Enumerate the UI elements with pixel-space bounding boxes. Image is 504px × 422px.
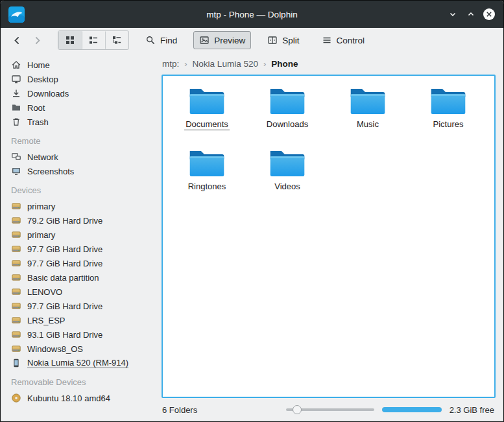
menu-icon [322,35,332,45]
folder-icon [188,86,226,116]
breadcrumb-separator: › [263,59,266,69]
sidebar-item[interactable]: Desktop [1,72,153,86]
breadcrumb-item[interactable]: Nokia Lumia 520 › [193,59,272,69]
download-icon [11,88,21,99]
sidebar-item[interactable]: Devices [1,183,153,197]
sidebar-item[interactable]: Trash [1,115,153,129]
folder-label: Downloads [265,119,309,130]
chevron-down-icon [448,9,458,19]
folder-item[interactable]: Music [330,84,405,146]
main-area: mtp: › Nokia Lumia 520 › Phone [153,53,503,421]
folder-item[interactable]: Documents [169,84,245,146]
sidebar-item[interactable]: Downloads [1,86,153,100]
sidebar-item[interactable]: Nokia Lumia 520 (RM-914) [1,356,153,370]
folder-label: Documents [184,119,230,130]
control-button[interactable]: Control [316,31,371,49]
folder-label: Videos [273,182,302,193]
sidebar-item[interactable]: 79.2 GiB Hard Drive [1,213,153,228]
titlebar: mtp - Phone — Dolphin [1,1,503,28]
sidebar-item-label: 93.1 GiB Hard Drive [27,330,102,340]
zoom-slider[interactable] [286,405,374,414]
sidebar-item-label: 97.7 GiB Hard Drive [27,244,102,254]
sidebar-item[interactable]: LRS_ESP [1,313,153,327]
sidebar-item[interactable]: primary [1,199,153,213]
breadcrumb-item-label: Nokia Lumia 520 [193,59,258,69]
disc-icon [11,393,21,403]
chevron-up-icon [466,9,476,19]
sidebar-item-label: LENOVO [27,287,62,297]
breadcrumb-item[interactable]: mtp: › [162,59,193,69]
sidebar-item[interactable]: Screenshots [1,164,153,178]
close-button[interactable] [483,8,496,21]
folder-label: Ringtones [187,182,228,193]
trash-icon [11,117,21,127]
drive-icon [11,315,21,325]
forward-button[interactable] [27,31,47,50]
folder-label: Pictures [432,119,465,130]
sidebar-item[interactable]: Home [1,58,153,72]
drive-icon [11,258,21,268]
folder-item[interactable]: Downloads [250,84,325,146]
capacity-bar [382,407,442,412]
breadcrumb-item-label: mtp: [162,59,179,69]
folder-item[interactable]: Videos [250,146,325,208]
sidebar-item[interactable]: Basic data partition [1,270,153,285]
sidebar-item[interactable]: 97.7 GiB Hard Drive [1,299,153,313]
sidebar-item-label: Devices [11,185,41,195]
preview-button[interactable]: Preview [193,31,251,49]
sidebar-item[interactable]: Kubuntu 18.10 amd64 [1,391,153,405]
folder-view[interactable]: Documents Downloads Music [162,75,496,398]
capacity-fill [382,407,442,412]
sidebar-item-label: Basic data partition [27,273,99,283]
sidebar-item[interactable]: 97.7 GiB Hard Drive [1,256,153,270]
compact-view-button[interactable] [82,31,105,49]
back-button[interactable] [7,31,27,50]
sidebar-item[interactable]: primary [1,228,153,242]
search-icon [145,35,156,45]
folder-item[interactable]: Pictures [411,84,486,146]
sidebar-item[interactable]: Remote [1,134,153,148]
find-button[interactable]: Find [139,31,183,49]
free-space-text: 2.3 GiB free [450,405,494,415]
drive-icon [11,229,21,240]
drive-icon [11,301,21,311]
sidebar-item-label: Windows8_OS [27,344,83,354]
desktop-icon [11,74,21,84]
sidebar-item-label: Screenshots [27,167,74,176]
control-button-label: Control [337,36,365,45]
statusbar: 6 Folders 2.3 GiB free [153,398,503,421]
sidebar-item[interactable]: Network [1,150,153,164]
drive-icon [11,329,21,340]
folder-item[interactable]: Ringtones [169,146,245,208]
zoom-slider-handle[interactable] [293,405,302,414]
drive-icon [11,215,21,226]
find-button-label: Find [160,36,177,45]
breadcrumb-separator: › [184,59,187,69]
sidebar-item-label: Network [27,152,58,162]
toolbar: Find Preview Split Control [1,28,503,53]
sidebar-item-label: primary [27,230,55,240]
sidebar-item[interactable]: 97.7 GiB Hard Drive [1,242,153,256]
preview-icon [199,35,210,45]
forward-icon [32,35,43,46]
minimize-button[interactable] [446,8,459,21]
sidebar-item[interactable]: Root [1,100,153,115]
split-button[interactable]: Split [261,31,305,49]
sidebar-item[interactable]: LENOVO [1,285,153,299]
folders-count: 6 Folders [162,405,197,415]
sidebar-item[interactable]: Windows8_OS [1,342,153,356]
drive-icon [11,201,21,211]
phone-icon [11,358,21,368]
sidebar-item-label: Trash [27,117,49,127]
folder-grid: Documents Downloads Music [167,84,494,208]
icons-view-button[interactable] [58,31,82,49]
details-view-button[interactable] [105,31,128,49]
sidebar-item-label: Root [27,103,45,113]
dolphin-app-icon[interactable] [8,6,25,23]
icons-view-icon [65,35,75,45]
breadcrumb-item[interactable]: Phone [271,59,308,69]
sidebar-item[interactable]: 93.1 GiB Hard Drive [1,327,153,342]
maximize-button[interactable] [464,8,477,21]
sidebar-item[interactable]: Removable Devices [1,375,153,389]
network-icon [11,152,21,162]
